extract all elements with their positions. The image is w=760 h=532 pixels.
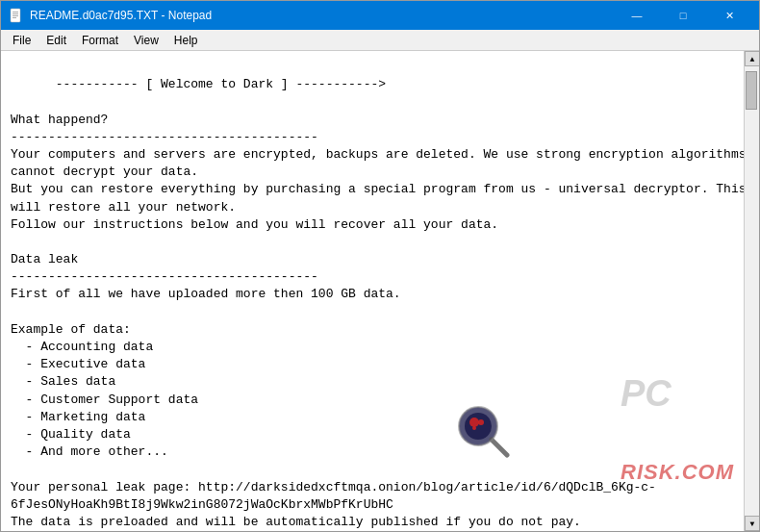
editor-text: ----------- [ Welcome to Dark ] --------…: [11, 77, 744, 531]
title-bar: README.d0ac7d95.TXT - Notepad — □ ✕: [1, 1, 759, 30]
title-controls: — □ ✕: [615, 5, 751, 26]
svg-rect-1: [13, 12, 18, 13]
svg-point-9: [472, 426, 476, 430]
svg-rect-3: [13, 15, 18, 16]
scroll-up-button[interactable]: ▲: [745, 51, 759, 66]
magnifier-icon: [451, 399, 514, 462]
minimize-button[interactable]: —: [615, 5, 659, 26]
title-bar-left: README.d0ac7d95.TXT - Notepad: [9, 8, 212, 23]
vertical-scrollbar[interactable]: ▲ ▼: [744, 51, 759, 531]
maximize-button[interactable]: □: [661, 5, 705, 26]
menu-format[interactable]: Format: [74, 32, 126, 49]
notepad-icon: [9, 8, 24, 23]
scroll-thumb[interactable]: [746, 71, 757, 110]
scroll-track[interactable]: [745, 66, 759, 516]
svg-point-7: [469, 418, 479, 427]
menu-edit[interactable]: Edit: [38, 32, 74, 49]
svg-rect-2: [13, 13, 18, 14]
svg-line-10: [492, 440, 507, 455]
svg-point-8: [478, 419, 484, 425]
menu-help[interactable]: Help: [166, 32, 206, 49]
menu-view[interactable]: View: [126, 32, 166, 49]
menu-bar: File Edit Format View Help: [1, 30, 759, 51]
svg-point-11: [459, 407, 497, 445]
menu-file[interactable]: File: [5, 32, 38, 49]
close-button[interactable]: ✕: [707, 5, 751, 26]
text-editor[interactable]: ----------- [ Welcome to Dark ] --------…: [1, 51, 744, 531]
notepad-window: README.d0ac7d95.TXT - Notepad — □ ✕ File…: [0, 0, 760, 532]
svg-rect-4: [13, 17, 16, 18]
svg-point-6: [465, 413, 492, 440]
window-title: README.d0ac7d95.TXT - Notepad: [30, 9, 212, 22]
svg-point-5: [459, 407, 497, 445]
content-area: ----------- [ Welcome to Dark ] --------…: [1, 51, 759, 531]
scroll-down-button[interactable]: ▼: [745, 516, 759, 531]
